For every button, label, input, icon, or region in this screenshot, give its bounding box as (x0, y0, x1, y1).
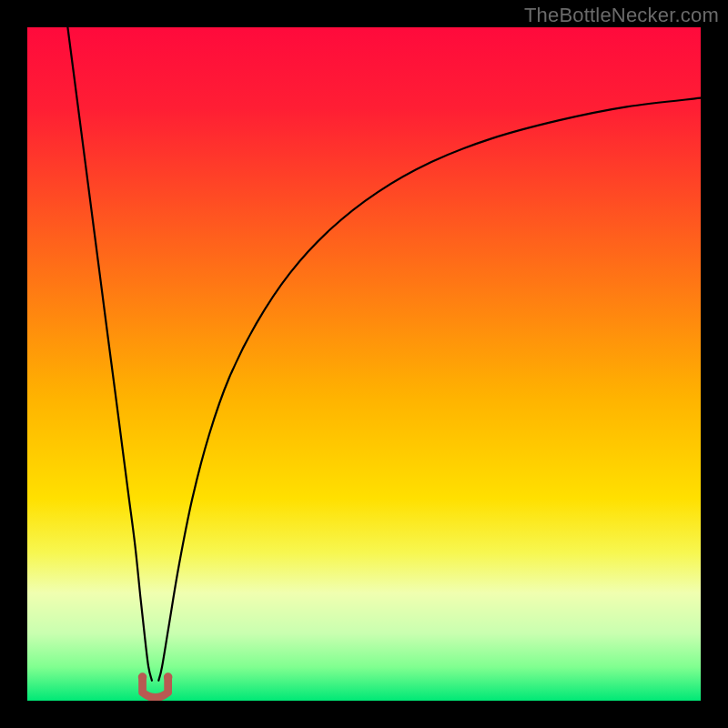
watermark-text: TheBottleNecker.com (524, 4, 719, 27)
svg-point-0 (138, 672, 147, 682)
chart-frame: TheBottleNecker.com (0, 0, 728, 728)
chart-background (27, 27, 701, 701)
svg-point-1 (164, 672, 173, 682)
bottleneck-chart (27, 27, 701, 701)
